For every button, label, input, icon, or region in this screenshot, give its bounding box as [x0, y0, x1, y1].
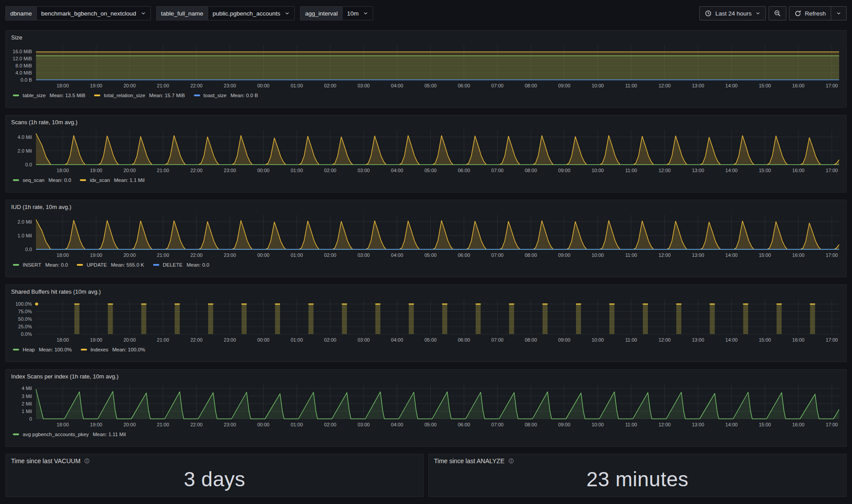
svg-text:20:00: 20:00: [123, 83, 136, 88]
svg-text:14:00: 14:00: [726, 83, 738, 88]
series-avg pgbench_accounts_pkey: [36, 389, 839, 419]
legend-item-UPDATE[interactable]: UPDATEMean: 555.0 K: [77, 262, 144, 268]
legend-item-Heap[interactable]: HeapMean: 100.0%: [13, 347, 72, 352]
panel-title[interactable]: Size: [6, 31, 846, 42]
svg-text:05:00: 05:00: [424, 422, 437, 427]
variable-value-dropdown[interactable]: benchmark_bgbench_on_nextcloud: [36, 6, 151, 20]
series-UPDATE: [36, 220, 839, 249]
svg-text:1 Mil: 1 Mil: [22, 409, 32, 414]
variable-value-dropdown[interactable]: 10m: [342, 6, 373, 20]
svg-text:03:00: 03:00: [358, 422, 370, 427]
legend-item-idx_scan[interactable]: idx_scanMean: 1.1 Mil: [80, 177, 144, 183]
y-axis-labels: 0.0%25.0%50.0%75.0%100.0%: [16, 301, 32, 337]
svg-text:12.0 MiB: 12.0 MiB: [13, 56, 32, 61]
svg-text:10:00: 10:00: [592, 422, 604, 427]
time-range-label: Last 24 hours: [715, 10, 752, 17]
legend-mean: Mean: 15.7 MiB: [149, 93, 185, 98]
svg-text:19:00: 19:00: [90, 252, 103, 258]
stats-row: Time since last VACUUM 3 days Time since…: [5, 454, 847, 497]
legend: table_sizeMean: 13.5 MiBtotal_relation_s…: [6, 92, 846, 98]
svg-text:05:00: 05:00: [424, 168, 437, 173]
legend-mean: Mean: 0.0: [45, 262, 68, 268]
svg-text:04:00: 04:00: [391, 168, 403, 173]
svg-text:11:00: 11:00: [625, 252, 637, 258]
panel-title[interactable]: IUD (1h rate, 10m avg.): [6, 200, 846, 211]
legend-series-name: INSERT: [23, 262, 41, 268]
svg-text:11:00: 11:00: [625, 168, 637, 173]
panel-title[interactable]: Shared Buffers hit rates (10m avg.): [6, 285, 846, 296]
x-axis-labels: 18:0019:0020:0021:0022:0023:0000:0001:00…: [57, 83, 838, 88]
svg-text:06:00: 06:00: [458, 168, 470, 173]
legend-mean: Mean: 100.0%: [39, 347, 72, 352]
svg-text:23:00: 23:00: [224, 83, 236, 88]
svg-text:23:00: 23:00: [224, 422, 236, 427]
legend-item-table_size[interactable]: table_sizeMean: 13.5 MiB: [13, 93, 85, 98]
chart-canvas-size[interactable]: 0.0 B4.0 MiB8.0 MiB12.0 MiB16.0 MiB18:00…: [6, 42, 845, 92]
zoom-out-button[interactable]: [769, 6, 786, 20]
chart-canvas-shared-buffers[interactable]: 0.0%25.0%50.0%75.0%100.0%18:0019:0020:00…: [6, 296, 845, 346]
svg-text:2.0 Mil: 2.0 Mil: [18, 219, 32, 224]
dashboard-toolbar: dbnamebenchmark_bgbench_on_nextcloudtabl…: [0, 0, 852, 30]
legend-swatch: [94, 94, 100, 96]
svg-text:04:00: 04:00: [391, 83, 403, 88]
svg-text:21:00: 21:00: [157, 252, 170, 258]
svg-text:02:00: 02:00: [324, 422, 336, 427]
refresh-interval-dropdown[interactable]: [831, 7, 846, 20]
info-circle-icon[interactable]: [84, 458, 90, 464]
stat-value: 3 days: [184, 467, 245, 491]
svg-text:02:00: 02:00: [324, 83, 336, 88]
stat-title: Time since last VACUUM: [11, 457, 80, 465]
svg-text:16:00: 16:00: [792, 83, 805, 88]
legend-item-total_relation_size[interactable]: total_relation_sizeMean: 15.7 MiB: [94, 93, 185, 98]
svg-text:04:00: 04:00: [391, 252, 403, 258]
legend: avg pgbench_accounts_pkeyMean: 1.11 Mil: [6, 431, 846, 437]
variable-label: agg_interval: [300, 6, 342, 20]
svg-text:01:00: 01:00: [291, 422, 303, 427]
svg-text:18:00: 18:00: [57, 83, 69, 88]
legend-item-DELETE[interactable]: DELETEMean: 0.0: [153, 262, 209, 268]
svg-text:21:00: 21:00: [157, 422, 170, 427]
svg-text:07:00: 07:00: [491, 168, 504, 173]
chart-canvas-iud[interactable]: 0.01.0 Mil2.0 Mil18:0019:0020:0021:0022:…: [6, 211, 845, 262]
y-axis-labels: 0.0 B4.0 MiB8.0 MiB12.0 MiB16.0 MiB: [13, 49, 32, 83]
svg-text:0.0: 0.0: [25, 247, 32, 252]
legend-item-avg pgbench_accounts_pkey[interactable]: avg pgbench_accounts_pkeyMean: 1.11 Mil: [13, 432, 126, 437]
legend-mean: Mean: 13.5 MiB: [50, 93, 86, 98]
variable-control-table_full_name: table_full_namepublic.pgbench_accounts: [156, 6, 295, 20]
svg-text:03:00: 03:00: [358, 337, 370, 343]
svg-text:19:00: 19:00: [90, 422, 103, 427]
legend-item-toast_size[interactable]: toast_sizeMean: 0.0 B: [194, 93, 258, 98]
svg-text:05:00: 05:00: [424, 83, 437, 88]
svg-text:25.0%: 25.0%: [18, 324, 32, 329]
clock-icon: [705, 10, 712, 17]
svg-text:00:00: 00:00: [257, 168, 270, 173]
y-axis-labels: 01 Mil2 Mil3 Mil4 Mil: [22, 386, 32, 421]
legend-item-Indexes[interactable]: IndexesMean: 100.0%: [81, 347, 145, 352]
panel-title[interactable]: Scans (1h rate, 10m avg.): [6, 115, 846, 126]
variable-value-dropdown[interactable]: public.pgbench_accounts: [208, 6, 295, 20]
legend-item-seq_scan[interactable]: seq_scanMean: 0.0: [13, 177, 71, 183]
legend-swatch: [80, 179, 86, 181]
svg-text:8.0 MiB: 8.0 MiB: [16, 63, 32, 68]
legend: seq_scanMean: 0.0idx_scanMean: 1.1 Mil: [6, 177, 846, 183]
legend-series-name: table_size: [23, 93, 46, 98]
svg-text:21:00: 21:00: [157, 168, 170, 173]
svg-text:2.0 Mil: 2.0 Mil: [18, 148, 32, 154]
svg-text:10:00: 10:00: [592, 168, 604, 173]
legend-series-name: seq_scan: [23, 177, 44, 183]
time-range-picker[interactable]: Last 24 hours: [699, 6, 766, 20]
svg-text:14:00: 14:00: [726, 337, 738, 343]
svg-text:08:00: 08:00: [525, 422, 537, 427]
panel-title[interactable]: Index Scans per index (1h rate, 10m avg.…: [6, 370, 846, 381]
legend-item-INSERT[interactable]: INSERTMean: 0.0: [13, 262, 68, 268]
refresh-button[interactable]: Refresh: [789, 7, 831, 20]
chart-canvas-scans[interactable]: 0.02.0 Mil4.0 Mil18:0019:0020:0021:0022:…: [6, 126, 845, 177]
info-circle-icon[interactable]: [508, 458, 514, 464]
chart-canvas-index-scans[interactable]: 01 Mil2 Mil3 Mil4 Mil18:0019:0020:0021:0…: [6, 381, 845, 431]
svg-text:15:00: 15:00: [759, 83, 771, 88]
variable-label: dbname: [5, 6, 36, 20]
svg-text:16.0 MiB: 16.0 MiB: [13, 49, 32, 54]
svg-text:14:00: 14:00: [726, 422, 738, 427]
svg-text:18:00: 18:00: [57, 252, 69, 258]
legend-series-name: DELETE: [163, 262, 183, 268]
